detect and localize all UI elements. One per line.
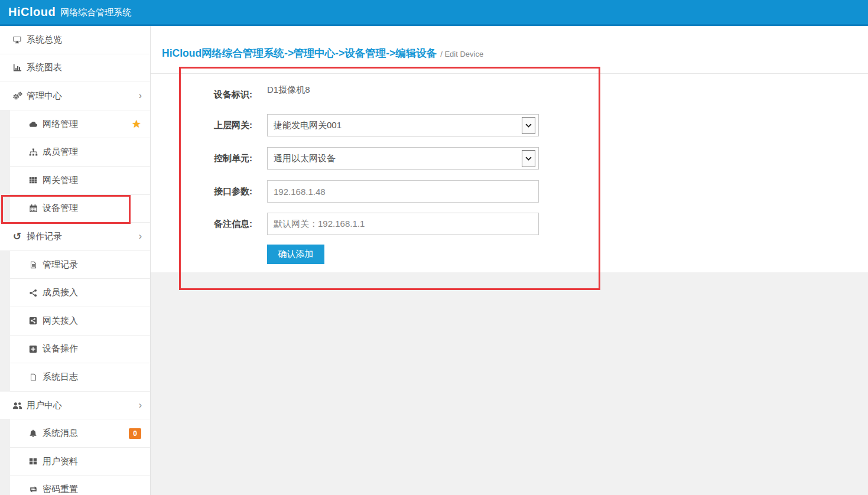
file-icon (27, 373, 39, 382)
sidebar-item-system-overview[interactable]: 系统总览 (0, 26, 150, 54)
sidebar-item-label: 网关管理 (43, 175, 78, 186)
control-unit-selected-value: 通用以太网设备 (274, 153, 336, 164)
breadcrumb-suffix: / Edit Device (440, 48, 483, 58)
upper-gateway-label: 上层网关: (205, 114, 252, 136)
sitemap-icon (27, 148, 39, 157)
sidebar-item-user-center[interactable]: 用户中心 › (0, 392, 150, 420)
sidebar-item-label: 网关接入 (43, 315, 78, 327)
message-count-badge: 0 (129, 428, 141, 439)
confirm-add-button[interactable]: 确认添加 (267, 245, 324, 264)
interface-params-input[interactable] (267, 180, 539, 203)
th-large-icon (27, 457, 39, 465)
edit-device-form: 设备标识: D1摄像机8 上层网关: 捷能发电网关001 控制单元: 通用以太网… (151, 74, 868, 272)
sidebar-item-gateway-management[interactable]: 网关管理 (10, 167, 150, 195)
share-square-icon (27, 317, 39, 325)
app-window: HiCloud 网络综合管理系统 系统总览 系统图表 管理中心 › 网络管理 ★… (0, 0, 868, 495)
sidebar-item-label: 成员管理 (43, 146, 78, 158)
sidebar-item-member-access[interactable]: 成员接入 (10, 279, 150, 307)
sidebar-item-label: 管理中心 (27, 90, 62, 102)
device-id-label: 设备标识: (205, 83, 252, 107)
chevron-down-icon[interactable] (522, 117, 535, 134)
desktop-icon (11, 35, 23, 44)
share-icon (27, 289, 39, 297)
sidebar-item-label: 操作记录 (27, 231, 62, 242)
sidebar-item-label: 密码重置 (43, 484, 78, 495)
sidebar-item-user-profile[interactable]: 用户资料 (10, 448, 150, 476)
sidebar-item-network-management[interactable]: 网络管理 ★ (10, 110, 150, 139)
plus-square-icon (27, 345, 39, 353)
bar-chart-icon (11, 63, 23, 72)
product-name: 网络综合管理系统 (60, 6, 131, 18)
form-row-device-id: 设备标识: D1摄像机8 (205, 83, 868, 107)
sidebar-item-system-charts[interactable]: 系统图表 (0, 54, 150, 83)
upper-gateway-selected-value: 捷能发电网关001 (274, 120, 342, 131)
file-text-icon (27, 260, 39, 269)
history-icon: ↺ (11, 232, 23, 242)
sidebar-item-system-messages[interactable]: 系统消息 0 (10, 419, 150, 448)
sidebar-item-gateway-access[interactable]: 网关接入 (10, 307, 150, 336)
sidebar-item-label: 设备操作 (43, 343, 78, 354)
chevron-right-icon: › (139, 232, 142, 241)
sidebar-item-label: 系统总览 (27, 34, 62, 45)
upper-gateway-select[interactable]: 捷能发电网关001 (267, 114, 539, 136)
sidebar-item-label: 网络管理 (43, 119, 78, 130)
sidebar-item-label: 设备管理 (43, 203, 78, 214)
sidebar-item-device-management[interactable]: 设备管理 (10, 195, 150, 223)
form-row-remark: 备注信息: (205, 213, 868, 235)
remark-input[interactable] (267, 213, 539, 235)
sidebar-item-label: 系统消息 (43, 428, 78, 439)
breadcrumb-path: HiCloud网络综合管理系统->管理中心->设备管理->编辑设备 (162, 46, 437, 60)
device-id-value: D1摄像机8 (267, 83, 310, 107)
cloud-icon (27, 120, 39, 129)
sidebar-item-management-center[interactable]: 管理中心 › (0, 82, 150, 110)
retweet-icon (27, 486, 39, 493)
form-row-upper-gateway: 上层网关: 捷能发电网关001 (205, 114, 868, 136)
sidebar-item-password-reset[interactable]: 密码重置 (10, 476, 150, 495)
control-unit-label: 控制单元: (205, 147, 252, 170)
sidebar-item-label: 管理记录 (43, 259, 78, 271)
sidebar-item-label: 用户中心 (27, 400, 62, 411)
sidebar-item-system-logs[interactable]: 系统日志 (10, 363, 150, 392)
sidebar-item-operation-records[interactable]: ↺ 操作记录 › (0, 223, 150, 251)
cogs-icon (11, 92, 23, 100)
calendar-icon (27, 204, 39, 213)
remark-label: 备注信息: (205, 213, 252, 235)
main-content: HiCloud网络综合管理系统->管理中心->设备管理->编辑设备 / Edit… (151, 26, 868, 495)
sidebar-item-management-records[interactable]: 管理记录 (10, 251, 150, 279)
form-row-submit: 确认添加 (205, 245, 868, 264)
control-unit-select[interactable]: 通用以太网设备 (267, 147, 539, 170)
sidebar-nav: 系统总览 系统图表 管理中心 › 网络管理 ★ 成员管理 网关管理 设备管理 (0, 26, 151, 495)
chevron-down-icon[interactable] (522, 150, 535, 167)
sidebar-item-device-operations[interactable]: 设备操作 (10, 336, 150, 364)
grid-icon (27, 176, 39, 184)
form-row-control-unit: 控制单元: 通用以太网设备 (205, 147, 868, 170)
star-icon: ★ (132, 119, 141, 129)
chevron-right-icon: › (139, 91, 142, 100)
form-row-interface-params: 接口参数: (205, 180, 868, 203)
chevron-right-icon: › (139, 400, 142, 410)
users-icon (11, 401, 23, 410)
top-header-bar: HiCloud 网络综合管理系统 (0, 0, 868, 26)
breadcrumb: HiCloud网络综合管理系统->管理中心->设备管理->编辑设备 / Edit… (151, 26, 868, 74)
sidebar-item-label: 成员接入 (43, 287, 78, 298)
sidebar-item-label: 用户资料 (43, 456, 78, 467)
brand-logo: HiCloud (8, 5, 56, 19)
sidebar-item-label: 系统图表 (27, 62, 62, 73)
bell-icon (27, 429, 39, 438)
sidebar-item-member-management[interactable]: 成员管理 (10, 138, 150, 167)
interface-params-label: 接口参数: (205, 180, 252, 203)
sidebar-item-label: 系统日志 (43, 372, 78, 383)
